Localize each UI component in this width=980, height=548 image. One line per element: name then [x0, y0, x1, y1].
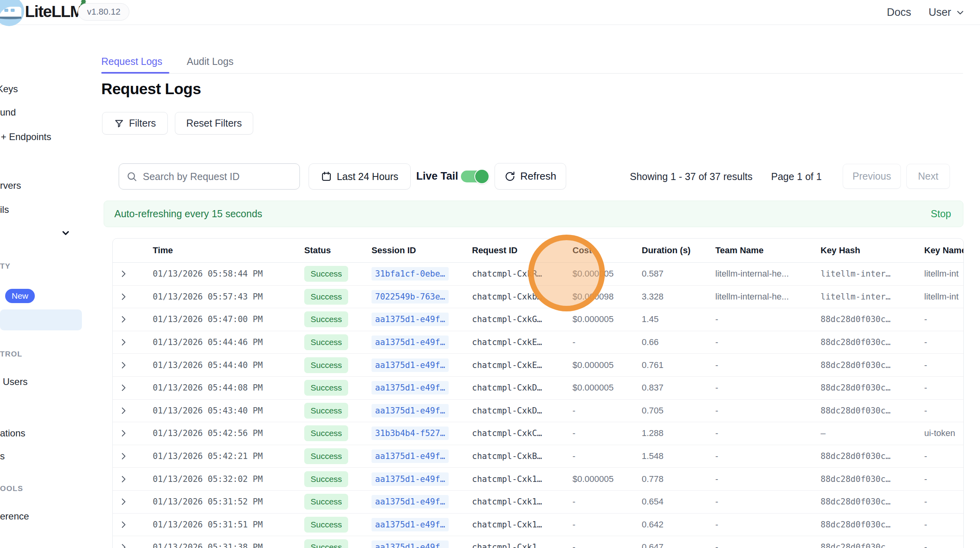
session-id-link[interactable]: aa1375d1-e49f…: [372, 449, 449, 463]
cell-status: Success: [304, 471, 372, 487]
next-page-button[interactable]: Next: [906, 164, 950, 189]
table-row[interactable]: 01/13/2026 05:42:21 PM Success aa1375d1-…: [113, 445, 963, 468]
cell-key-name: -: [924, 337, 964, 347]
cell-time: 01/13/2026 05:32:02 PM: [153, 474, 304, 484]
session-id-link[interactable]: aa1375d1-e49f…: [372, 404, 449, 417]
reset-filters-button[interactable]: Reset Filters: [175, 112, 253, 135]
session-id-link[interactable]: aa1375d1-e49f…: [372, 358, 449, 372]
session-id-link[interactable]: aa1375d1-e49f…: [372, 540, 449, 548]
refresh-label: Refresh: [520, 170, 556, 182]
expand-row-button[interactable]: [113, 338, 153, 347]
expand-row-button[interactable]: [113, 383, 153, 393]
sidebar-expand-chevron-icon[interactable]: [61, 228, 71, 238]
table-row[interactable]: 01/13/2026 05:58:44 PM Success 31bfa1cf-…: [113, 263, 963, 286]
session-id-link[interactable]: 31bfa1cf-0ebe…: [372, 267, 449, 281]
cell-session-id: aa1375d1-e49f…: [372, 404, 472, 417]
cell-key-hash: litellm-inter…: [821, 269, 924, 279]
session-id-link[interactable]: 7022549b-763e…: [372, 290, 449, 303]
session-id-link[interactable]: aa1375d1-e49f…: [372, 336, 449, 349]
expand-row-button[interactable]: [113, 269, 153, 279]
expand-row-button[interactable]: [113, 429, 153, 438]
chevron-right-icon: [119, 383, 128, 393]
new-badge[interactable]: New: [5, 289, 35, 303]
cell-time: 01/13/2026 05:42:56 PM: [153, 429, 304, 438]
chevron-right-icon: [119, 542, 128, 548]
session-id-link[interactable]: aa1375d1-e49f…: [372, 381, 449, 394]
status-badge: Success: [304, 425, 348, 441]
session-id-link[interactable]: aa1375d1-e49f…: [372, 495, 449, 508]
page-indicator: Page 1 of 1: [771, 171, 822, 182]
time-range-button[interactable]: Last 24 Hours: [309, 163, 411, 190]
cell-time: 01/13/2026 05:31:51 PM: [153, 520, 304, 529]
cell-duration: 0.66: [642, 337, 715, 347]
cell-key-hash: 88dc28d0f030c…: [821, 451, 924, 461]
table-row[interactable]: 01/13/2026 05:44:46 PM Success aa1375d1-…: [113, 331, 963, 354]
table-row[interactable]: 01/13/2026 05:31:51 PM Success aa1375d1-…: [113, 514, 963, 537]
expand-row-button[interactable]: [113, 542, 153, 548]
table-row[interactable]: 01/13/2026 05:32:02 PM Success aa1375d1-…: [113, 468, 963, 491]
expand-row-button[interactable]: [113, 451, 153, 461]
table-row[interactable]: 01/13/2026 05:57:43 PM Success 7022549b-…: [113, 286, 963, 309]
sidebar-item-internal-users[interactable]: Users: [3, 376, 28, 387]
expand-row-button[interactable]: [113, 292, 153, 301]
expand-row-button[interactable]: [113, 520, 153, 529]
filters-button[interactable]: Filters: [102, 112, 168, 135]
table-row[interactable]: 01/13/2026 05:47:00 PM Success aa1375d1-…: [113, 308, 963, 331]
chevron-down-icon: [955, 8, 965, 18]
table-row[interactable]: 01/13/2026 05:44:40 PM Success aa1375d1-…: [113, 354, 963, 377]
expand-row-button[interactable]: [113, 406, 153, 415]
table-row[interactable]: 01/13/2026 05:42:56 PM Success 31b3b4b4-…: [113, 422, 963, 445]
chevron-right-icon: [119, 451, 128, 461]
table-row[interactable]: 01/13/2026 05:31:38 PM Success aa1375d1-…: [113, 536, 963, 548]
sidebar-item-models-endpoints[interactable]: + Endpoints: [1, 131, 51, 142]
sidebar-item-guardrails[interactable]: ils: [0, 204, 9, 215]
cell-duration: 1.548: [642, 451, 715, 461]
user-menu[interactable]: User: [929, 6, 965, 19]
session-id-link[interactable]: aa1375d1-e49f…: [372, 313, 449, 326]
sidebar-item-logs-active[interactable]: [0, 309, 82, 330]
cell-team-name: -: [715, 497, 821, 507]
cell-request-id: chatcmpl-CxkD…: [472, 383, 572, 393]
sidebar-item-organizations[interactable]: ations: [0, 428, 25, 439]
docs-link[interactable]: Docs: [887, 6, 911, 19]
expand-row-button[interactable]: [113, 474, 153, 484]
previous-page-button[interactable]: Previous: [843, 164, 901, 189]
reset-filters-label: Reset Filters: [186, 118, 242, 129]
session-id-link[interactable]: aa1375d1-e49f…: [372, 472, 449, 486]
status-badge: Success: [304, 403, 348, 419]
expand-row-button[interactable]: [113, 497, 153, 506]
chevron-right-icon: [119, 269, 128, 279]
expand-row-button[interactable]: [113, 360, 153, 370]
sidebar-item-playground[interactable]: und: [0, 107, 16, 118]
cell-cost: -: [572, 451, 642, 461]
status-badge: Success: [304, 448, 348, 464]
tab-audit-logs[interactable]: Audit Logs: [187, 56, 233, 67]
table-row[interactable]: 01/13/2026 05:43:40 PM Success aa1375d1-…: [113, 400, 963, 423]
sidebar-item-virtual-keys[interactable]: Keys: [0, 83, 18, 95]
search-input[interactable]: [143, 171, 292, 182]
cell-status: Success: [304, 517, 372, 533]
sidebar-item-mcp-servers[interactable]: rvers: [0, 180, 21, 191]
version-badge: v1.80.12: [78, 3, 129, 21]
cell-time: 01/13/2026 05:43:40 PM: [153, 406, 304, 415]
active-tab-underline: [101, 72, 169, 74]
live-tail-toggle[interactable]: [461, 171, 488, 182]
status-badge: Success: [304, 539, 348, 548]
cell-key-name: -: [924, 520, 964, 530]
session-id-link[interactable]: 31b3b4b4-f527…: [372, 427, 449, 440]
cell-key-hash: 88dc28d0f030c…: [821, 542, 924, 548]
sidebar-item-teams[interactable]: s: [0, 451, 5, 462]
table-row[interactable]: 01/13/2026 05:44:08 PM Success aa1375d1-…: [113, 377, 963, 400]
stop-auto-refresh-link[interactable]: Stop: [931, 208, 951, 220]
chevron-right-icon: [119, 429, 128, 438]
sidebar-item-api-reference[interactable]: erence: [0, 511, 29, 522]
table-row[interactable]: 01/13/2026 05:31:52 PM Success aa1375d1-…: [113, 491, 963, 514]
table-header-row: Time Status Session ID Request ID Cost D…: [113, 239, 963, 263]
expand-row-button[interactable]: [113, 315, 153, 324]
column-header-request-id: Request ID: [472, 245, 572, 256]
refresh-button[interactable]: Refresh: [495, 163, 566, 190]
cell-status: Success: [304, 357, 372, 373]
status-badge: Success: [304, 494, 348, 510]
tab-request-logs[interactable]: Request Logs: [101, 56, 162, 67]
session-id-link[interactable]: aa1375d1-e49f…: [372, 518, 449, 531]
